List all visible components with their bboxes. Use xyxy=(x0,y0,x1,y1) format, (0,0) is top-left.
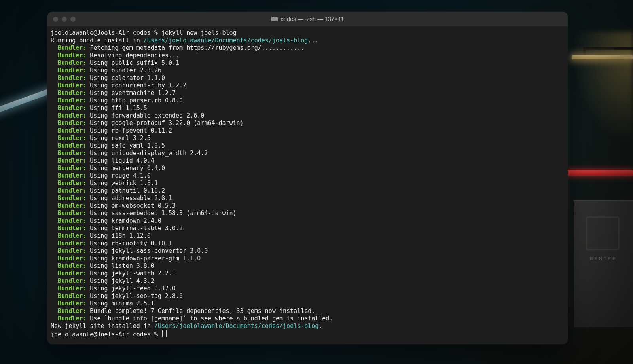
bundler-text: Using liquid 4.0.4 xyxy=(90,157,154,164)
bundler-label: Bundler: xyxy=(58,127,86,134)
bundler-line: Bundler: Using em-websocket 0.5.3 xyxy=(51,202,565,210)
bundler-label: Bundler: xyxy=(58,180,86,187)
bundler-label: Bundler: xyxy=(58,270,86,277)
bundler-label: Bundler: xyxy=(58,240,86,247)
bundler-text: Using listen 3.8.0 xyxy=(90,262,154,269)
bundler-label: Bundler: xyxy=(58,104,86,112)
bundler-label: Bundler: xyxy=(58,112,86,119)
bundler-text: Using mercenary 0.4.0 xyxy=(90,165,165,172)
bundler-label: Bundler: xyxy=(58,315,86,322)
bundler-line: Bundler: Using jekyll-feed 0.17.0 xyxy=(51,285,565,292)
bundler-label: Bundler: xyxy=(58,210,86,217)
prompt-1-user: joelolawanle@Joels-Air codes % xyxy=(51,29,161,36)
bundler-line: Bundler: Using terminal-table 3.0.2 xyxy=(51,225,565,232)
bundler-line: Bundler: Use `bundle info [gemname]` to … xyxy=(51,315,565,322)
bundler-line: Bundler: Using mercenary 0.4.0 xyxy=(51,165,565,172)
bundler-label: Bundler: xyxy=(58,59,86,66)
bundler-text: Using rexml 3.2.5 xyxy=(90,135,151,142)
bundler-text: Using ffi 1.15.5 xyxy=(90,104,147,112)
bundler-line: Bundler: Using jekyll 4.3.2 xyxy=(51,277,565,285)
bundler-label: Bundler: xyxy=(58,67,86,74)
bundler-text: Use `bundle info [gemname]` to see where… xyxy=(90,315,333,322)
bundler-text: Using jekyll-seo-tag 2.8.0 xyxy=(90,292,183,300)
bundler-label: Bundler: xyxy=(58,187,86,194)
bundler-text: Using concurrent-ruby 1.2.2 xyxy=(90,82,186,89)
bundler-label: Bundler: xyxy=(58,232,86,239)
bundler-line: Bundler: Using bundler 2.3.26 xyxy=(51,67,565,74)
bundler-label: Bundler: xyxy=(58,142,86,149)
bundler-text: Using rouge 4.1.0 xyxy=(90,172,151,179)
bundler-text: Using bundler 2.3.26 xyxy=(90,67,161,74)
running-prefix: Running bundle install in xyxy=(51,37,144,44)
close-button[interactable] xyxy=(53,17,58,22)
bundler-line: Bundler: Using i18n 1.12.0 xyxy=(51,232,565,240)
lamp-arm-decor xyxy=(583,47,633,60)
installed-line: New jekyll site installed in /Users/joel… xyxy=(51,322,565,330)
installed-suffix: . xyxy=(318,322,322,330)
bundler-line: Bundler: Using kramdown-parser-gfm 1.1.0 xyxy=(51,255,565,262)
bundler-text: Using colorator 1.1.0 xyxy=(90,74,165,82)
terminal-body[interactable]: joelolawanle@Joels-Air codes % jekyll ne… xyxy=(47,26,568,344)
bundler-text: Using jekyll-feed 0.17.0 xyxy=(90,285,176,292)
bundler-label: Bundler: xyxy=(58,217,86,224)
bundler-text: Using public_suffix 5.0.1 xyxy=(90,59,179,66)
wall-panel-label: BENTRE xyxy=(582,256,625,261)
bundler-text: Using kramdown 2.4.0 xyxy=(90,217,161,224)
bundler-text: Bundle complete! 7 Gemfile dependencies,… xyxy=(90,307,315,315)
running-line: Running bundle install in /Users/joelola… xyxy=(51,37,565,44)
bundler-text: Using jekyll-sass-converter 3.0.0 xyxy=(90,247,208,254)
bundler-text: Using em-websocket 0.5.3 xyxy=(90,202,176,209)
terminal-window[interactable]: codes — -zsh — 137×41 joelolawanle@Joels… xyxy=(47,12,568,344)
minimize-button[interactable] xyxy=(62,17,67,22)
bundler-line: Bundler: Using eventmachine 1.2.7 xyxy=(51,89,565,97)
bundler-text: Using http_parser.rb 0.8.0 xyxy=(90,97,183,104)
bundler-text: Using sass-embedded 1.58.3 (arm64-darwin… xyxy=(90,210,236,217)
bundler-label: Bundler: xyxy=(58,150,86,157)
bundler-label: Bundler: xyxy=(58,300,86,307)
bundler-label: Bundler: xyxy=(58,89,86,97)
bundler-line: Bundler: Fetching gem metadata from http… xyxy=(51,44,565,52)
bundler-line: Bundler: Using rb-inotify 0.10.1 xyxy=(51,240,565,247)
bundler-label: Bundler: xyxy=(58,157,86,164)
prompt-2: joelolawanle@Joels-Air codes % xyxy=(51,331,161,338)
bundler-line: Bundler: Bundle complete! 7 Gemfile depe… xyxy=(51,307,565,315)
bundler-line: Bundler: Using public_suffix 5.0.1 xyxy=(51,59,565,67)
installed-path: /Users/joelolawanle/Documents/codes/joel… xyxy=(154,322,318,330)
bundler-label: Bundler: xyxy=(58,172,86,179)
bundler-line: Bundler: Using http_parser.rb 0.8.0 xyxy=(51,97,565,104)
bundler-line: Bundler: Using safe_yaml 1.0.5 xyxy=(51,142,565,150)
bundler-line: Bundler: Using jekyll-sass-converter 3.0… xyxy=(51,247,565,255)
bundler-line: Bundler: Using rouge 4.1.0 xyxy=(51,172,565,180)
bundler-label: Bundler: xyxy=(58,292,86,300)
title-bar[interactable]: codes — -zsh — 137×41 xyxy=(47,12,568,26)
bundler-line: Bundler: Using rexml 3.2.5 xyxy=(51,135,565,142)
bundler-line: Bundler: Using sass-embedded 1.58.3 (arm… xyxy=(51,210,565,217)
bundler-text: Using rb-inotify 0.10.1 xyxy=(90,240,172,247)
prompt-line-2: joelolawanle@Joels-Air codes % xyxy=(51,330,565,338)
wall-panel-decor: BENTRE xyxy=(573,200,633,327)
bundler-line: Bundler: Using rb-fsevent 0.11.2 xyxy=(51,127,565,135)
red-light-strip-decor xyxy=(566,170,633,176)
bundler-text: Using rb-fsevent 0.11.2 xyxy=(90,127,172,134)
bundler-text: Using jekyll-watch 2.2.1 xyxy=(90,270,176,277)
bundler-line: Bundler: Using addressable 2.8.1 xyxy=(51,195,565,202)
prompt-1-command: jekyll new joels-blog xyxy=(161,29,237,36)
bundler-text: Using safe_yaml 1.0.5 xyxy=(90,142,165,149)
prompt-line-1: joelolawanle@Joels-Air codes % jekyll ne… xyxy=(51,29,565,37)
wall-panel-logo-decor xyxy=(586,216,620,250)
zoom-button[interactable] xyxy=(70,17,76,22)
bundler-line: Bundler: Resolving dependencies... xyxy=(51,52,565,59)
bundler-label: Bundler: xyxy=(58,165,86,172)
bundler-line: Bundler: Using liquid 4.0.4 xyxy=(51,157,565,165)
bundler-text: Using pathutil 0.16.2 xyxy=(90,187,165,194)
bundler-line: Bundler: Using jekyll-seo-tag 2.8.0 xyxy=(51,292,565,300)
bundler-line: Bundler: Using google-protobuf 3.22.0 (a… xyxy=(51,119,565,127)
bundler-label: Bundler: xyxy=(58,247,86,254)
bundler-label: Bundler: xyxy=(58,52,86,59)
bundler-label: Bundler: xyxy=(58,74,86,82)
cursor xyxy=(162,330,167,337)
window-controls xyxy=(53,17,76,22)
bundler-text: Using unicode-display_width 2.4.2 xyxy=(90,150,208,157)
bundler-text: Using jekyll 4.3.2 xyxy=(90,277,154,284)
bundler-line: Bundler: Using minima 2.5.1 xyxy=(51,300,565,307)
